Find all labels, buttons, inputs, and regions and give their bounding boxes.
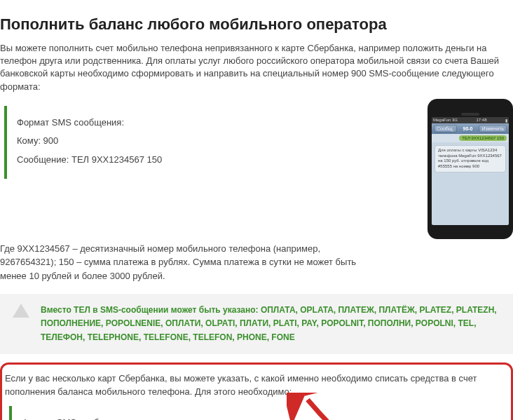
sms2-format-label: Формат SMS сообщения: bbox=[22, 414, 494, 420]
page-title: Пополнить баланс любого мобильного опера… bbox=[0, 15, 513, 34]
explanation-note-1: Где 9XX1234567 – десятизначный номер моб… bbox=[0, 242, 378, 283]
phone-status-time: 17:48 bbox=[477, 118, 487, 123]
intro-text: Вы можете пополнить счет мобильно телефо… bbox=[0, 42, 505, 93]
sms1-message: Сообщение: ТЕЛ 9XX1234567 150 bbox=[17, 151, 311, 169]
multi-card-frame: Если у вас несколько карт Сбербанка, вы … bbox=[0, 363, 513, 420]
phone-status-carrier: MegaFon 3G bbox=[433, 118, 458, 123]
phone-battery-icon: ▮ bbox=[505, 118, 507, 123]
warning-icon bbox=[13, 304, 29, 318]
phone-nav-title: 90-0 bbox=[463, 126, 472, 131]
alternative-keywords-text: Вместо ТЕЛ в SMS-сообщении может быть ук… bbox=[41, 304, 500, 344]
phone-sent-pill: ТЕЛ 9XX1234567 150 bbox=[459, 135, 507, 141]
phone-nav-edit: Изменить bbox=[479, 125, 507, 133]
phone-nav-back: Сообщ. bbox=[434, 125, 457, 133]
sms1-format-label: Формат SMS сообщения: bbox=[17, 114, 311, 132]
alternative-keywords-box: Вместо ТЕЛ в SMS-сообщении может быть ук… bbox=[0, 294, 513, 354]
phone-reply-bubble: Для оплаты с карты VISA1234 телефона Meg… bbox=[435, 145, 506, 172]
sms-format-box-2: Формат SMS сообщения: Кому: 900 Сообщени… bbox=[9, 406, 504, 420]
sms1-to: Кому: 900 bbox=[17, 133, 311, 150]
phone-speaker-icon bbox=[461, 113, 479, 116]
sms-format-box-1: Формат SMS сообщения: Кому: 900 Сообщени… bbox=[4, 106, 321, 179]
phone-mockup: MegaFon 3G 17:48 ▮ Сообщ. 90-0 Изменить … bbox=[427, 99, 513, 239]
multi-card-intro: Если у вас несколько карт Сбербанка, вы … bbox=[2, 372, 504, 399]
